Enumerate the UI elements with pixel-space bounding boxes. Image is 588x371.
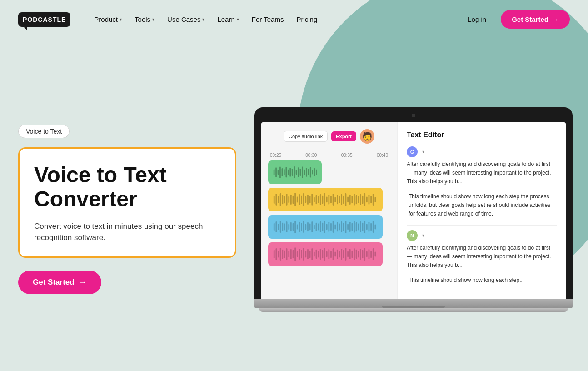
svg-rect-124 [282, 249, 283, 258]
svg-rect-107 [349, 221, 351, 231]
svg-rect-12 [298, 167, 299, 177]
waveform-svg-2 [273, 191, 378, 208]
svg-rect-76 [284, 223, 285, 230]
editor-row-header-g: G ▾ [407, 146, 557, 157]
svg-rect-55 [343, 195, 344, 204]
svg-rect-78 [288, 224, 289, 230]
laptop-frame: Copy audio link Export 🧑 00:25 00:30 00:… [254, 107, 573, 299]
hero-left-panel: Voice to Text Voice to Text Converter Co… [18, 125, 236, 294]
svg-rect-47 [326, 196, 328, 202]
svg-rect-15 [304, 169, 305, 175]
svg-rect-59 [351, 196, 353, 203]
svg-rect-164 [366, 251, 368, 257]
editor-divider [407, 225, 557, 226]
text-editor-title: Text Editor [407, 131, 557, 139]
svg-rect-105 [345, 221, 347, 233]
screen-toolbar: Copy audio link Export 🧑 [268, 129, 390, 144]
svg-rect-118 [373, 221, 374, 233]
svg-rect-38 [307, 194, 309, 204]
svg-rect-25 [280, 193, 281, 206]
svg-rect-9 [292, 168, 293, 175]
svg-rect-27 [284, 196, 285, 203]
svg-rect-5 [284, 169, 285, 175]
svg-rect-6 [285, 167, 287, 177]
chevron-down-icon: ▾ [152, 17, 154, 22]
nav-item-learn[interactable]: Learn ▾ [212, 12, 244, 27]
svg-rect-99 [333, 221, 334, 233]
nav-item-product[interactable]: Product ▾ [89, 12, 127, 27]
svg-rect-92 [318, 223, 319, 230]
svg-rect-135 [305, 251, 306, 257]
svg-rect-2 [278, 170, 279, 175]
svg-rect-128 [290, 249, 292, 259]
svg-rect-33 [297, 196, 298, 202]
svg-rect-21 [316, 169, 317, 175]
svg-rect-80 [293, 223, 294, 231]
nav-item-use-cases[interactable]: Use Cases ▾ [162, 12, 210, 27]
svg-rect-23 [275, 194, 277, 206]
svg-rect-53 [339, 196, 340, 203]
text-editor-panel: Text Editor G ▾ After carefully identify… [397, 122, 566, 299]
svg-rect-148 [333, 248, 334, 260]
svg-rect-90 [314, 225, 315, 229]
nav-item-tools[interactable]: Tools ▾ [129, 12, 160, 27]
svg-rect-157 [351, 250, 353, 258]
svg-rect-1 [275, 167, 277, 177]
svg-rect-160 [358, 251, 359, 257]
nav-item-for-teams[interactable]: For Teams [246, 12, 289, 27]
svg-rect-126 [286, 248, 288, 260]
waveform-track-3 [268, 215, 383, 239]
svg-rect-60 [354, 194, 355, 206]
svg-rect-14 [302, 166, 303, 178]
svg-rect-161 [360, 248, 361, 259]
laptop-mockup: Copy audio link Export 🧑 00:25 00:30 00:… [254, 107, 573, 312]
svg-rect-84 [301, 223, 302, 231]
get-started-main-button[interactable]: Get Started → [18, 271, 101, 294]
svg-rect-77 [286, 221, 288, 232]
chevron-down-icon: ▾ [120, 17, 122, 22]
svg-rect-153 [343, 250, 344, 258]
svg-rect-114 [364, 221, 365, 233]
svg-rect-79 [290, 222, 292, 231]
svg-rect-30 [290, 194, 292, 204]
timeline-labels: 00:25 00:30 00:35 00:40 [268, 153, 390, 158]
svg-rect-98 [330, 223, 332, 231]
copy-audio-button[interactable]: Copy audio link [284, 131, 328, 142]
speaker-badge-g: G [407, 146, 418, 157]
editor-text-continuation-2: This timeline should show how long each … [407, 276, 557, 285]
export-button[interactable]: Export [331, 131, 356, 141]
svg-rect-111 [358, 223, 359, 230]
header: PODCASTLE Product ▾ Tools ▾ Use Cases ▾ … [0, 0, 588, 39]
svg-rect-116 [369, 221, 370, 231]
svg-rect-81 [294, 221, 296, 233]
svg-rect-68 [370, 196, 372, 203]
svg-rect-34 [299, 194, 300, 205]
svg-rect-96 [326, 224, 328, 230]
svg-rect-167 [373, 248, 374, 260]
svg-rect-93 [320, 221, 321, 232]
chevron-down-icon: ▾ [422, 233, 424, 238]
svg-rect-70 [374, 197, 376, 202]
nav-item-pricing[interactable]: Pricing [291, 12, 323, 27]
main-nav: Product ▾ Tools ▾ Use Cases ▾ Learn ▾ Fo… [89, 12, 460, 27]
svg-rect-10 [294, 166, 295, 178]
svg-rect-49 [330, 196, 332, 203]
nav-label-learn: Learn [217, 15, 234, 23]
login-button[interactable]: Log in [460, 12, 493, 27]
svg-rect-29 [288, 196, 289, 203]
svg-rect-63 [360, 194, 361, 205]
hero-subtitle: Convert voice to text in minutes using o… [34, 221, 220, 244]
svg-rect-35 [301, 195, 302, 204]
logo-text: PODCASTLE [18, 12, 70, 27]
svg-rect-0 [274, 169, 275, 175]
editor-row-header-n: N ▾ [407, 230, 557, 241]
nav-label-pricing: Pricing [296, 15, 317, 23]
svg-rect-65 [364, 193, 365, 206]
logo[interactable]: PODCASTLE [18, 12, 70, 27]
get-started-header-button[interactable]: Get Started → [501, 10, 570, 29]
svg-rect-50 [333, 194, 334, 206]
svg-rect-134 [303, 248, 304, 261]
svg-rect-122 [278, 251, 279, 257]
svg-rect-51 [334, 197, 336, 202]
svg-rect-24 [278, 196, 279, 203]
